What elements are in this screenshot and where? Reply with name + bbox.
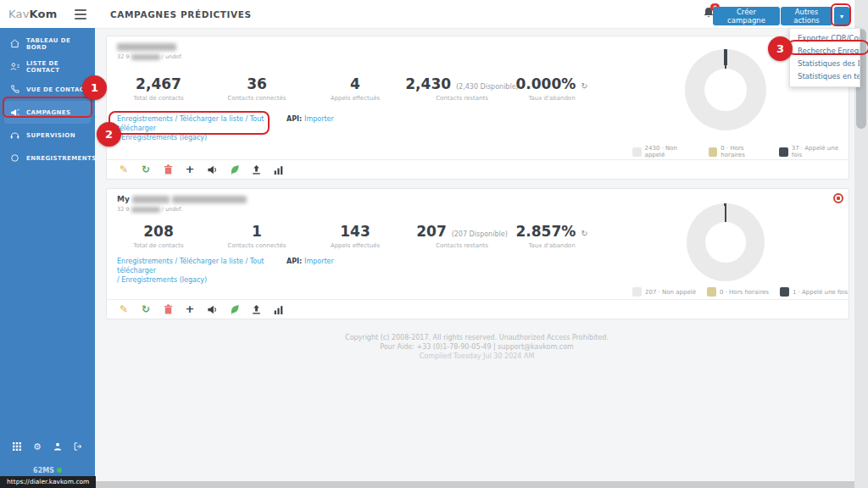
campaign-card-2: My 32 9 / undef. 208 Total de contacts 1… [106, 188, 849, 319]
contact-list-icon [9, 61, 20, 72]
call-status-donut-chart [687, 203, 765, 281]
browser-status-url: https://dialer.kavkom.com [0, 476, 96, 488]
logout-icon[interactable] [72, 441, 84, 452]
campaign-title-redacted [117, 42, 176, 51]
sidebar-item-liste-de-contact[interactable]: LISTE DE CONTACT [4, 55, 91, 78]
campaign-card-1: 32 9 / undef. 2,467 Total de contacts 36… [106, 36, 849, 180]
compiled-line: Compiled Tuesday Jul 30 2024 AM [106, 352, 848, 361]
status-green-dot [57, 468, 62, 473]
page-footer: Copyright (c) 2008-2017. All rights rese… [106, 333, 848, 361]
refresh-icon[interactable]: ↻ [140, 303, 152, 315]
plus-icon[interactable]: + [184, 303, 196, 315]
menu-item-exporter-cdr[interactable]: Exporter CDR/Contacts [790, 32, 860, 45]
api-import: API: Importer [287, 258, 334, 265]
legend-swatch-appele-une-fois [779, 147, 788, 157]
stat-taux-abandon: 0.000% ↻ Taux d'abandon [488, 75, 615, 102]
user-icon[interactable] [52, 441, 64, 452]
bottom-edge-strip [0, 481, 868, 488]
refresh-rate-icon[interactable]: ↻ [581, 229, 587, 238]
sidebar-nav: TABLEAU DE BORD LISTE DE CONTACT VUE DE … [0, 32, 95, 169]
keypad-icon[interactable] [11, 441, 23, 452]
refresh-icon[interactable]: ↻ [140, 164, 152, 175]
copyright-line: Copyright (c) 2008-2017. All rights rese… [106, 333, 848, 342]
edit-pencil-icon[interactable]: ✎ [118, 303, 130, 315]
api-import-link[interactable]: Importer [304, 258, 334, 265]
legend-swatch-non-appele [632, 287, 642, 297]
campaign-title-partial: My [117, 195, 247, 203]
chevron-down-icon: ▾ [840, 13, 843, 20]
campaign-toolbar: ✎ ↻ + [107, 299, 849, 319]
campaign-toolbar: ✎ ↻ + [107, 159, 849, 179]
api-import-link[interactable]: Importer [304, 115, 334, 123]
trash-icon[interactable] [162, 164, 174, 175]
settings-gear-icon[interactable]: ⚙ [31, 441, 43, 452]
donut-legend: 207 · Non appelé 0 · Hors horaires 1 · A… [632, 287, 848, 297]
legend-swatch-hors-horaires [709, 147, 718, 157]
app-window: KavKom TABLEAU DE BORD LISTE DE CONTACT … [0, 0, 868, 488]
megaphone-icon [9, 107, 20, 118]
legend-swatch-hors-horaires [707, 287, 716, 297]
sidebar-item-tableau-de-bord[interactable]: TABLEAU DE BORD [4, 32, 91, 55]
latency-indicator: 62MS [0, 467, 95, 474]
speaker-icon[interactable] [206, 164, 218, 175]
sidebar-item-vue-de-contact[interactable]: VUE DE CONTACT [4, 78, 91, 101]
legend-swatch-non-appele [632, 147, 642, 157]
refresh-rate-icon[interactable]: ↻ [581, 81, 587, 91]
sidebar-footer-icons: ⚙ [0, 441, 95, 452]
upload-icon[interactable] [250, 303, 262, 315]
menu-item-statistiques-did[interactable]: Statistiques des DID [790, 58, 860, 70]
campaign-subtitle: 32 9 / undef. [117, 53, 182, 60]
top-bar: CAMPAGNES PRÉDICTIVES 0 Créer campagne A… [95, 0, 868, 29]
sidebar-item-supervision[interactable]: SUPERVISION [4, 124, 91, 147]
other-actions-menu: Exporter CDR/Contacts Recherche Enregist… [789, 28, 860, 87]
speaker-icon[interactable] [206, 303, 218, 315]
other-actions-caret-button[interactable]: ▾ [834, 7, 849, 25]
api-import: API: Importer [287, 115, 334, 123]
sidebar: KavKom TABLEAU DE BORD LISTE DE CONTACT … [0, 0, 95, 481]
dashboard-home-icon [9, 38, 20, 49]
call-status-donut-chart [685, 49, 766, 130]
sidebar-item-campagnes[interactable]: CAMPAGNES [4, 101, 91, 124]
upload-icon[interactable] [250, 164, 262, 175]
page-title: CAMPAGNES PRÉDICTIVES [110, 9, 252, 19]
menu-item-recherche-enregistrements[interactable]: Recherche Enregistrements [790, 45, 860, 58]
leaf-icon[interactable] [228, 303, 240, 315]
plus-icon[interactable]: + [184, 164, 196, 175]
trash-icon[interactable] [162, 303, 174, 315]
bar-chart-icon[interactable] [272, 303, 284, 315]
contact-view-phone-icon [9, 84, 20, 95]
campaign-subtitle: 32 9 / undef. [117, 206, 182, 213]
other-actions-button[interactable]: Autres actions [781, 7, 832, 25]
legend-swatch-appele-une-fois [780, 287, 789, 297]
kavkom-logo: KavKom [8, 8, 58, 20]
edit-pencil-icon[interactable]: ✎ [118, 164, 130, 175]
campaign-links[interactable]: Enregistrements / Télécharger la liste /… [117, 114, 282, 142]
stat-taux-abandon: 2.857% ↻ Taux d'abandon [488, 223, 615, 249]
hamburger-menu-icon[interactable] [75, 7, 86, 22]
bar-chart-icon[interactable] [272, 164, 284, 175]
headset-icon [9, 130, 20, 141]
logo-bar: KavKom [0, 0, 95, 28]
record-circle-icon [9, 152, 20, 164]
menu-item-statistiques-temps-reel[interactable]: Statistiques en temps réel [790, 70, 860, 83]
support-line: Pour Aide: +33 (0)1-78-90-05-49 | suppor… [106, 342, 848, 352]
donut-legend: 2430 · Non appelé 0 · Hors horaires 37 ·… [632, 145, 849, 158]
leaf-icon[interactable] [228, 164, 240, 175]
campaign-links[interactable]: Enregistrements / Télécharger la liste /… [117, 257, 282, 285]
sidebar-item-enregistrements[interactable]: ENREGISTREMENTS [4, 147, 91, 169]
stop-campaign-icon[interactable] [833, 193, 843, 203]
create-campaign-button[interactable]: Créer campagne [713, 7, 780, 25]
